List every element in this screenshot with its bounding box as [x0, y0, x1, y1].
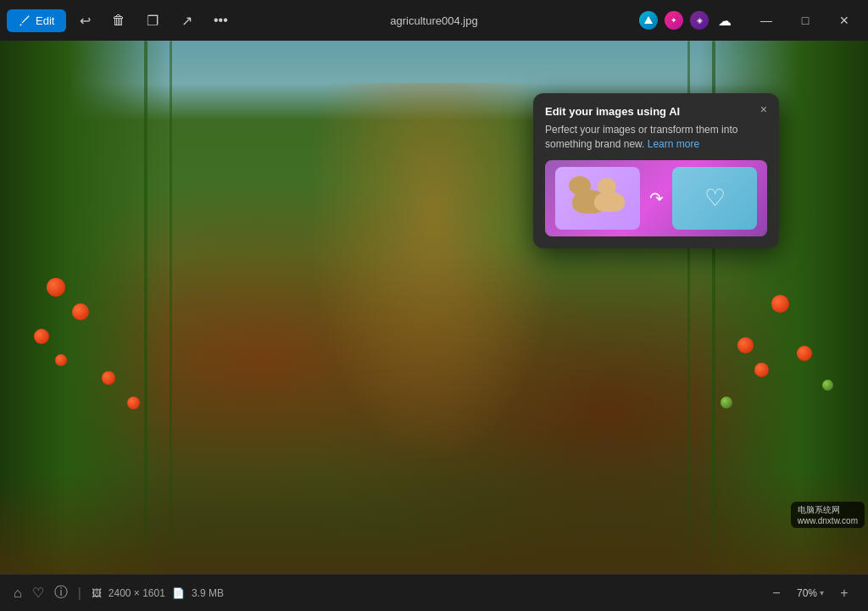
app-icon-onedrive[interactable]: ☁ [715, 11, 734, 30]
tomato-6 [127, 397, 140, 409]
app-icons: ✦ ◈ ☁ [639, 11, 734, 30]
transform-arrow: ↷ [649, 188, 664, 208]
file-icon: 📄 [172, 587, 185, 599]
puppy2-head [598, 178, 616, 195]
tomato-4 [102, 371, 115, 385]
separator-1: | [78, 586, 81, 601]
tomato-12 [822, 380, 833, 391]
edit-button[interactable]: Edit [7, 9, 66, 32]
watermark: 电脑系统网 www.dnxtw.com [791, 502, 865, 528]
puppy-group [564, 173, 632, 224]
zoom-in-button[interactable]: + [834, 583, 854, 603]
info-icon[interactable]: ⓘ [54, 584, 68, 602]
image-icon: 🖼 [92, 587, 102, 599]
app-icon-photos[interactable] [639, 11, 658, 30]
close-button[interactable]: ✕ [827, 7, 861, 34]
edit-label: Edit [36, 14, 54, 27]
tomato-3 [72, 303, 89, 320]
zoom-out-button[interactable]: − [766, 583, 787, 603]
more-button[interactable]: ••• [205, 5, 236, 36]
filename-label: agriculture004.jpg [390, 14, 477, 27]
titlebar: Edit ↩ 🗑 ❐ ↗ ••• agriculture004.jpg ✦ ◈ [0, 0, 868, 41]
app-icon-3[interactable]: ◈ [690, 11, 709, 30]
puppy1-head [569, 176, 591, 195]
zoom-control: − 70% ▾ + [766, 583, 854, 603]
titlebar-left: Edit ↩ 🗑 ❐ ↗ ••• [7, 5, 236, 36]
tomato-1 [34, 329, 49, 344]
app-icon-2[interactable]: ✦ [665, 11, 683, 30]
tomato-9 [771, 295, 789, 313]
statusbar-left: ⌂ ♡ ⓘ | 🖼 2400 × 1601 📄 3.9 MB [14, 584, 224, 602]
learn-more-link[interactable]: Learn more [648, 138, 699, 150]
preview-before-image [555, 167, 640, 230]
statusbar-info: 🖼 2400 × 1601 📄 3.9 MB [92, 587, 224, 599]
preview-after-image: ♡ [672, 167, 757, 230]
edit-icon [19, 14, 31, 26]
heart-icon: ♡ [704, 184, 726, 212]
svg-marker-0 [644, 16, 653, 24]
favorite-icon[interactable]: ♡ [32, 585, 44, 601]
ai-tooltip-close-button[interactable]: × [760, 103, 767, 115]
file-size: 3.9 MB [192, 587, 224, 599]
statusbar-right: − 70% ▾ + [766, 583, 854, 603]
zoom-percentage: 70% [797, 587, 817, 599]
tomato-11 [797, 346, 812, 361]
tomato-10 [721, 397, 732, 408]
tomato-2 [55, 354, 67, 366]
ai-tooltip: Edit your images using AI × Perfect your… [533, 93, 779, 248]
minimize-button[interactable]: — [749, 7, 783, 34]
delete-button[interactable]: 🗑 [103, 5, 134, 36]
image-dimensions: 2400 × 1601 [108, 587, 165, 599]
main-content: Edit your images using AI × Perfect your… [0, 41, 868, 574]
ground [0, 472, 868, 574]
tomato-8 [754, 363, 769, 377]
share-button[interactable]: ↗ [171, 5, 202, 36]
tomato-7 [737, 337, 754, 353]
duplicate-button[interactable]: ❐ [137, 5, 168, 36]
zoom-value[interactable]: 70% ▾ [792, 586, 829, 601]
ai-tooltip-description: Perfect your images or transform them in… [545, 123, 767, 152]
zoom-dropdown-icon: ▾ [820, 588, 824, 597]
maximize-button[interactable]: □ [788, 7, 822, 34]
titlebar-right: ✦ ◈ ☁ — □ ✕ [639, 7, 861, 34]
statusbar: ⌂ ♡ ⓘ | 🖼 2400 × 1601 📄 3.9 MB − 70% ▾ + [0, 574, 868, 611]
ai-tooltip-title: Edit your images using AI [545, 105, 680, 118]
home-icon[interactable]: ⌂ [14, 586, 22, 601]
tomato-5 [47, 278, 65, 297]
undo-button[interactable]: ↩ [70, 5, 100, 36]
ai-tooltip-header: Edit your images using AI × [545, 105, 767, 118]
ai-tooltip-preview: ↷ ♡ [545, 160, 767, 236]
